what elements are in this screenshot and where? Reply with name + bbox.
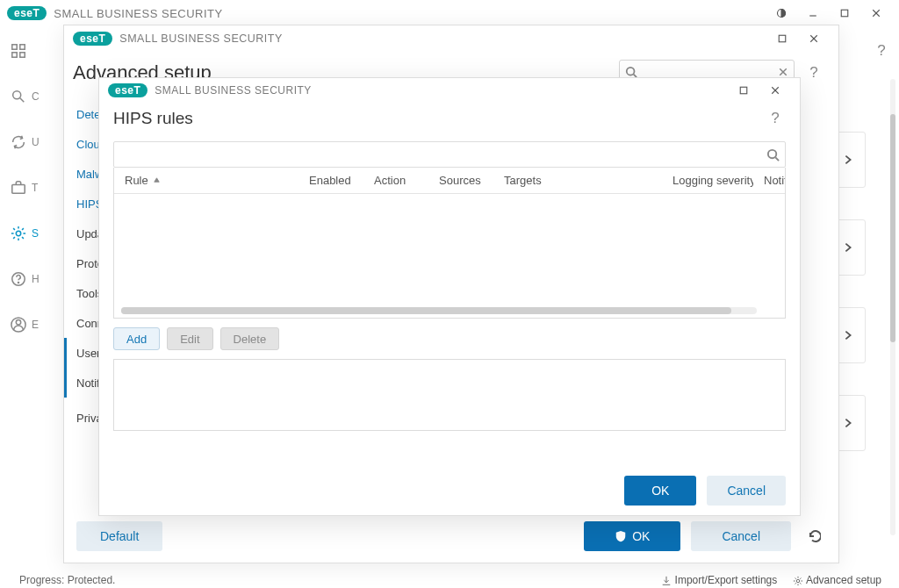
rule-action-buttons: Add Edit Delete <box>113 319 786 359</box>
shield-icon <box>615 530 627 542</box>
col-rule[interactable]: Rule <box>114 174 298 187</box>
col-notify[interactable]: Notify <box>753 174 785 187</box>
hips-titlebar: eseT SMALL BUSINESS SECURITY <box>99 78 800 103</box>
svg-point-14 <box>18 283 18 283</box>
eset-logo: eseT <box>7 6 47 20</box>
maximize-icon[interactable] <box>766 26 798 51</box>
table-hscroll[interactable] <box>121 307 757 314</box>
svg-point-28 <box>768 149 776 157</box>
svg-point-15 <box>16 320 20 325</box>
cancel-button[interactable]: Cancel <box>691 521 791 551</box>
help-button[interactable]: ? <box>803 62 824 83</box>
refresh-icon <box>11 134 26 150</box>
cancel-button[interactable]: Cancel <box>707 476 786 506</box>
hips-heading-row: HIPS rules ? <box>113 108 786 129</box>
eset-logo: eseT <box>108 83 147 97</box>
eset-mark: eseT <box>73 32 112 46</box>
search-icon <box>766 148 780 161</box>
import-export-link[interactable]: Import/Export settings <box>661 574 777 586</box>
rule-search-box[interactable] <box>113 141 786 168</box>
minimize-icon[interactable] <box>797 1 829 25</box>
svg-marker-30 <box>155 178 159 183</box>
chevron-right-icon <box>842 329 854 341</box>
nav-help[interactable]: H <box>7 265 42 293</box>
hips-footer: OK Cancel <box>99 466 800 515</box>
svg-rect-8 <box>20 53 25 57</box>
main-titlebar: eseT SMALL BUSINESS SECURITY <box>0 0 899 26</box>
close-icon[interactable] <box>860 1 892 25</box>
svg-line-10 <box>20 98 25 103</box>
svg-point-9 <box>13 91 21 99</box>
ok-button[interactable]: OK <box>584 521 680 551</box>
chevron-right-icon <box>842 154 854 166</box>
svg-point-21 <box>627 68 635 75</box>
svg-point-17 <box>797 579 800 582</box>
nav-search[interactable]: C <box>7 82 42 111</box>
svg-rect-7 <box>12 53 17 57</box>
maximize-icon[interactable] <box>829 1 860 25</box>
main-scrollbar[interactable] <box>890 79 895 535</box>
undo-icon[interactable] <box>802 524 826 549</box>
edit-button[interactable]: Edit <box>167 327 212 350</box>
col-sources[interactable]: Sources <box>428 174 493 187</box>
eset-mark: eseT <box>7 6 47 20</box>
rules-table-header: Rule Enabled Action Sources Targets Logg… <box>114 168 785 194</box>
contrast-icon[interactable] <box>766 1 797 25</box>
nav-tools[interactable]: T <box>7 174 42 202</box>
user-icon <box>11 317 26 333</box>
svg-rect-5 <box>12 45 17 49</box>
help-button[interactable]: ? <box>765 108 786 129</box>
chevron-right-icon <box>842 417 854 429</box>
col-targets[interactable]: Targets <box>493 174 662 187</box>
rule-search-input[interactable] <box>119 142 766 167</box>
delete-button[interactable]: Delete <box>220 327 280 350</box>
hips-product-name: SMALL BUSINESS SECURITY <box>155 84 311 97</box>
ok-button[interactable]: OK <box>624 476 696 506</box>
rule-detail-panel <box>113 359 786 431</box>
table-hscroll-thumb[interactable] <box>121 307 731 314</box>
default-button[interactable]: Default <box>76 521 162 551</box>
search-icon <box>11 89 26 104</box>
briefcase-icon <box>11 180 26 196</box>
nav-update[interactable]: U <box>7 128 42 156</box>
nav-account[interactable]: E <box>7 311 42 339</box>
rules-table: Rule Enabled Action Sources Targets Logg… <box>113 168 786 319</box>
hips-rules-dialog: eseT SMALL BUSINESS SECURITY HIPS rules … <box>98 77 801 516</box>
svg-rect-11 <box>12 184 25 193</box>
svg-rect-2 <box>841 10 848 17</box>
svg-rect-25 <box>740 87 747 94</box>
maximize-icon[interactable] <box>728 78 759 103</box>
hips-body: HIPS rules ? Rule Enabled Action Sources… <box>99 103 800 466</box>
status-bar: Progress: Protected. <box>19 574 115 586</box>
gear-icon <box>793 576 803 586</box>
bottom-tools: Import/Export settings Advanced setup <box>661 574 881 586</box>
import-icon <box>661 576 672 586</box>
nav-setup[interactable]: S <box>7 219 42 247</box>
hips-heading: HIPS rules <box>113 109 193 128</box>
svg-rect-18 <box>779 35 786 42</box>
adv-footer: Default OK Cancel <box>64 510 838 563</box>
svg-rect-6 <box>20 45 25 49</box>
eset-mark: eseT <box>108 83 147 97</box>
svg-line-29 <box>775 157 779 161</box>
advanced-setup-link[interactable]: Advanced setup <box>793 574 881 586</box>
close-icon[interactable] <box>759 78 791 103</box>
svg-point-12 <box>16 231 20 235</box>
dashboard-icon <box>11 43 26 59</box>
col-enabled[interactable]: Enabled <box>298 174 363 187</box>
sort-asc-icon <box>153 176 161 184</box>
nav-rail: C U T S H E <box>0 26 49 567</box>
add-button[interactable]: Add <box>113 327 160 350</box>
chevron-right-icon <box>842 241 854 254</box>
main-product-name: SMALL BUSINESS SECURITY <box>54 7 222 20</box>
col-action[interactable]: Action <box>363 174 428 187</box>
help-button[interactable]: ? <box>871 40 892 61</box>
adv-titlebar: eseT SMALL BUSINESS SECURITY <box>64 25 838 52</box>
adv-product-name: SMALL BUSINESS SECURITY <box>119 32 282 45</box>
gear-icon <box>11 226 26 241</box>
col-logging[interactable]: Logging severity <box>662 174 753 187</box>
eset-logo: eseT <box>73 32 112 46</box>
close-icon[interactable] <box>798 26 830 51</box>
main-scroll-thumb[interactable] <box>890 114 895 342</box>
nav-dashboard[interactable] <box>7 37 42 65</box>
